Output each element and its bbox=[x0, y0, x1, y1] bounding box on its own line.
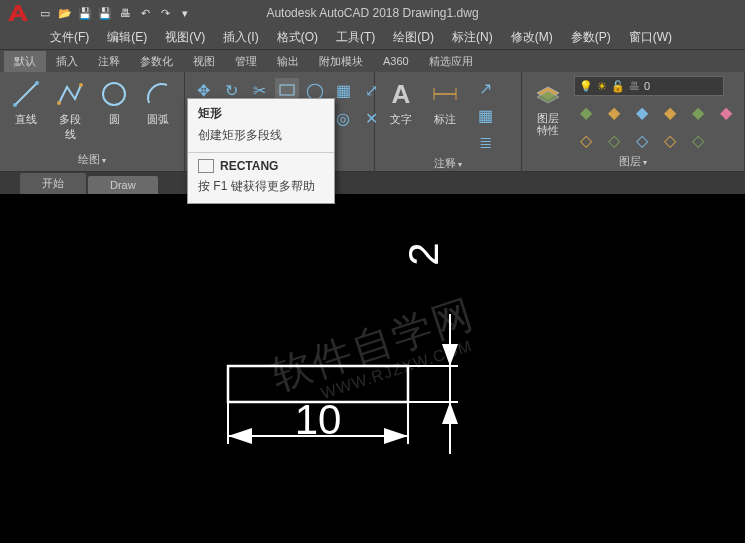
tool-line[interactable]: 直线 bbox=[6, 76, 46, 129]
arc-icon bbox=[142, 78, 174, 110]
qat-saveas-icon[interactable]: 💾 bbox=[96, 4, 114, 22]
layer-match-icon[interactable]: ◆ bbox=[686, 100, 710, 124]
tool-polyline[interactable]: 多段线 bbox=[50, 76, 90, 144]
tool-text[interactable]: A 文字 bbox=[381, 76, 421, 129]
menu-params[interactable]: 参数(P) bbox=[571, 29, 611, 46]
qat-open-icon[interactable]: 📂 bbox=[56, 4, 74, 22]
tool-dimension[interactable]: 标注 bbox=[425, 76, 465, 129]
line-icon bbox=[10, 78, 42, 110]
polyline-icon bbox=[54, 78, 86, 110]
bulb-icon: 💡 bbox=[579, 80, 593, 93]
tooltip-help: 按 F1 键获得更多帮助 bbox=[188, 176, 334, 203]
tool-layer-properties[interactable]: 图层 特性 bbox=[528, 76, 568, 138]
layer-freeze-icon[interactable]: ◆ bbox=[630, 100, 654, 124]
qat-print-icon[interactable]: 🖶 bbox=[116, 4, 134, 22]
doc-tab-drawing[interactable]: Draw bbox=[88, 176, 158, 194]
layer-properties-label: 图层 特性 bbox=[537, 112, 559, 136]
layer-walk-icon[interactable]: ◇ bbox=[686, 128, 710, 152]
ribbon-tab-insert[interactable]: 插入 bbox=[46, 51, 88, 72]
svg-point-4 bbox=[79, 83, 83, 87]
menu-insert[interactable]: 插入(I) bbox=[223, 29, 258, 46]
ribbon-tab-addins[interactable]: 附加模块 bbox=[309, 51, 373, 72]
layer-cur-icon[interactable]: ◇ bbox=[658, 128, 682, 152]
menu-file[interactable]: 文件(F) bbox=[50, 29, 89, 46]
menu-bar: 文件(F) 编辑(E) 视图(V) 插入(I) 格式(O) 工具(T) 绘图(D… bbox=[0, 26, 745, 50]
panel-draw: 直线 多段线 圆 圆弧 绘图 bbox=[0, 72, 185, 171]
ribbon-tab-a360[interactable]: A360 bbox=[373, 52, 419, 70]
layer-unlock-icon[interactable]: ◇ bbox=[630, 128, 654, 152]
menu-edit[interactable]: 编辑(E) bbox=[107, 29, 147, 46]
line-label: 直线 bbox=[15, 112, 37, 127]
layer-prev-icon[interactable]: ◆ bbox=[714, 100, 738, 124]
table-icon[interactable]: ▦ bbox=[473, 103, 497, 127]
ribbon-tab-view[interactable]: 视图 bbox=[183, 51, 225, 72]
ribbon-tab-featured[interactable]: 精选应用 bbox=[419, 51, 483, 72]
qat-undo-icon[interactable]: ↶ bbox=[136, 4, 154, 22]
layer-iso-icon[interactable]: ◆ bbox=[574, 100, 598, 124]
menu-dimension[interactable]: 标注(N) bbox=[452, 29, 493, 46]
app-logo[interactable] bbox=[4, 2, 32, 24]
menu-draw[interactable]: 绘图(D) bbox=[393, 29, 434, 46]
svg-rect-6 bbox=[280, 85, 294, 95]
ribbon-tab-output[interactable]: 输出 bbox=[267, 51, 309, 72]
ribbon-tabs: 默认 插入 注释 参数化 视图 管理 输出 附加模块 A360 精选应用 bbox=[0, 50, 745, 72]
menu-format[interactable]: 格式(O) bbox=[277, 29, 318, 46]
drawing-svg: 10 2 bbox=[0, 194, 745, 543]
menu-window[interactable]: 窗口(W) bbox=[629, 29, 672, 46]
ribbon-tab-default[interactable]: 默认 bbox=[4, 51, 46, 72]
tooltip: 矩形 创建矩形多段线 RECTANG 按 F1 键获得更多帮助 bbox=[187, 98, 335, 204]
svg-marker-15 bbox=[384, 428, 408, 444]
window-title: Autodesk AutoCAD 2018 Drawing1.dwg bbox=[266, 6, 478, 20]
circle-icon bbox=[98, 78, 130, 110]
qat-save-icon[interactable]: 💾 bbox=[76, 4, 94, 22]
circle-label: 圆 bbox=[109, 112, 120, 127]
dim-2: 2 bbox=[400, 242, 447, 265]
svg-point-3 bbox=[57, 101, 61, 105]
document-tabs: 开始 Draw bbox=[0, 172, 745, 194]
tool-circle[interactable]: 圆 bbox=[94, 76, 134, 129]
dim-10: 10 bbox=[295, 396, 342, 443]
ribbon-tab-parametric[interactable]: 参数化 bbox=[130, 51, 183, 72]
panel-draw-label[interactable]: 绘图 bbox=[6, 150, 178, 169]
layer-on-icon[interactable]: ◇ bbox=[574, 128, 598, 152]
svg-point-5 bbox=[103, 83, 125, 105]
leader-icon[interactable]: ↗ bbox=[473, 76, 497, 100]
menu-modify[interactable]: 修改(M) bbox=[511, 29, 553, 46]
qat-dropdown-icon[interactable]: ▾ bbox=[176, 4, 194, 22]
mtext-icon[interactable]: ≣ bbox=[473, 130, 497, 154]
layer-thaw-icon[interactable]: ◇ bbox=[602, 128, 626, 152]
arc-label: 圆弧 bbox=[147, 112, 169, 127]
dimension-icon bbox=[429, 78, 461, 110]
panel-layers: 图层 特性 💡 ☀ 🔓 🖶 0 ◆ ◆ ◆ ◆ ◆ bbox=[522, 72, 745, 171]
layer-lock-icon[interactable]: ◆ bbox=[658, 100, 682, 124]
qat-new-icon[interactable]: ▭ bbox=[36, 4, 54, 22]
svg-point-2 bbox=[35, 81, 39, 85]
text-label: 文字 bbox=[390, 112, 412, 127]
doc-tab-start[interactable]: 开始 bbox=[20, 173, 86, 194]
panel-layers-label[interactable]: 图层 bbox=[528, 152, 738, 171]
ribbon: 直线 多段线 圆 圆弧 绘图 ✥ ↻ ✂ ◯ bbox=[0, 72, 745, 172]
menu-tools[interactable]: 工具(T) bbox=[336, 29, 375, 46]
print-icon: 🖶 bbox=[629, 80, 640, 92]
title-bar: ▭ 📂 💾 💾 🖶 ↶ ↷ ▾ Autodesk AutoCAD 2018 Dr… bbox=[0, 0, 745, 26]
qat-redo-icon[interactable]: ↷ bbox=[156, 4, 174, 22]
panel-annotate: A 文字 标注 ↗ ▦ ≣ 注释 bbox=[375, 72, 522, 171]
current-layer: 0 bbox=[644, 80, 650, 92]
layer-properties-icon bbox=[532, 78, 564, 110]
tooltip-command: RECTANG bbox=[220, 159, 278, 173]
ribbon-tab-annotate[interactable]: 注释 bbox=[88, 51, 130, 72]
polyline-label: 多段线 bbox=[54, 112, 86, 142]
panel-annotate-label[interactable]: 注释 bbox=[381, 154, 515, 173]
menu-view[interactable]: 视图(V) bbox=[165, 29, 205, 46]
layer-combo[interactable]: 💡 ☀ 🔓 🖶 0 bbox=[574, 76, 724, 96]
svg-marker-19 bbox=[442, 344, 458, 366]
tooltip-desc: 创建矩形多段线 bbox=[188, 125, 334, 152]
svg-line-0 bbox=[15, 83, 37, 105]
layer-off-icon[interactable]: ◆ bbox=[602, 100, 626, 124]
rectangle-icon bbox=[198, 159, 214, 173]
tool-arc[interactable]: 圆弧 bbox=[138, 76, 178, 129]
text-icon: A bbox=[385, 78, 417, 110]
svg-marker-14 bbox=[228, 428, 252, 444]
ribbon-tab-manage[interactable]: 管理 bbox=[225, 51, 267, 72]
drawing-canvas[interactable]: 软件自学网 WWW.RJZXW.COM 10 2 bbox=[0, 194, 745, 543]
